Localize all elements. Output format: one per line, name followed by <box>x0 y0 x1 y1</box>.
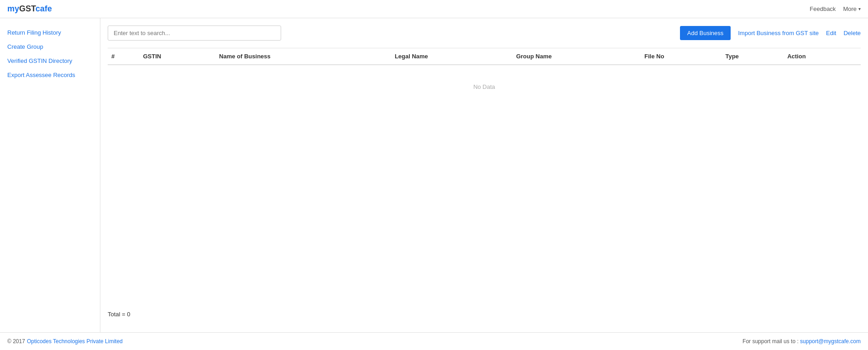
feedback-link[interactable]: Feedback <box>810 5 836 12</box>
brand-gst: GST <box>19 4 36 13</box>
sidebar-item-verified-gstin-directory[interactable]: Verified GSTIN Directory <box>0 54 100 68</box>
col-header-gstin: GSTIN <box>139 48 215 65</box>
brand-logo[interactable]: myGSTcafe <box>7 4 52 14</box>
toolbar-actions: Add Business Import Business from GST si… <box>680 26 861 40</box>
sidebar-item-create-group[interactable]: Create Group <box>0 40 100 54</box>
navbar-right: Feedback More ▾ <box>810 5 861 12</box>
table-body: No Data <box>108 65 861 108</box>
add-business-button[interactable]: Add Business <box>680 26 731 40</box>
navbar: myGSTcafe Feedback More ▾ <box>0 0 868 18</box>
more-dropdown[interactable]: More ▾ <box>843 5 861 12</box>
footer-support-prefix: For support mail us to : <box>743 338 800 345</box>
sidebar-item-export-assessee-records[interactable]: Export Assessee Records <box>0 68 100 82</box>
footer-support-email[interactable]: support@mygstcafe.com <box>800 338 861 345</box>
import-business-link[interactable]: Import Business from GST site <box>738 30 819 36</box>
brand-cafe: cafe <box>36 4 52 13</box>
total-row: Total = 0 <box>108 304 861 325</box>
no-data-row: No Data <box>108 65 861 108</box>
no-data-cell: No Data <box>108 65 861 108</box>
col-header-file-no: File No <box>641 48 722 65</box>
brand-my: my <box>7 4 19 13</box>
col-header-name-of-business: Name of Business <box>215 48 391 65</box>
footer-company: Opticodes Technologies Private Limited <box>27 338 123 345</box>
sidebar: Return Filing HistoryCreate GroupVerifie… <box>0 18 100 332</box>
main-layout: Return Filing HistoryCreate GroupVerifie… <box>0 18 868 332</box>
footer-copyright: © 2017 <box>7 338 25 345</box>
footer-right: For support mail us to : support@mygstca… <box>743 338 861 345</box>
col-header-hash: # <box>108 48 139 65</box>
footer: © 2017 Opticodes Technologies Private Li… <box>0 332 868 350</box>
edit-link[interactable]: Edit <box>826 30 836 36</box>
sidebar-item-return-filing-history[interactable]: Return Filing History <box>0 26 100 40</box>
content-area: Add Business Import Business from GST si… <box>100 18 868 332</box>
business-table: #GSTINName of BusinessLegal NameGroup Na… <box>108 48 861 108</box>
table-header-row: #GSTINName of BusinessLegal NameGroup Na… <box>108 48 861 65</box>
search-input[interactable] <box>108 26 281 41</box>
footer-left: © 2017 Opticodes Technologies Private Li… <box>7 338 123 345</box>
col-header-legal-name: Legal Name <box>391 48 512 65</box>
total-label: Total = 0 <box>108 311 131 318</box>
delete-link[interactable]: Delete <box>843 30 861 36</box>
col-header-group-name: Group Name <box>512 48 641 65</box>
toolbar: Add Business Import Business from GST si… <box>108 26 861 41</box>
table-header: #GSTINName of BusinessLegal NameGroup Na… <box>108 48 861 65</box>
col-header-type: Type <box>722 48 784 65</box>
chevron-down-icon: ▾ <box>858 6 861 11</box>
col-header-action: Action <box>784 48 861 65</box>
more-label: More <box>843 5 857 12</box>
